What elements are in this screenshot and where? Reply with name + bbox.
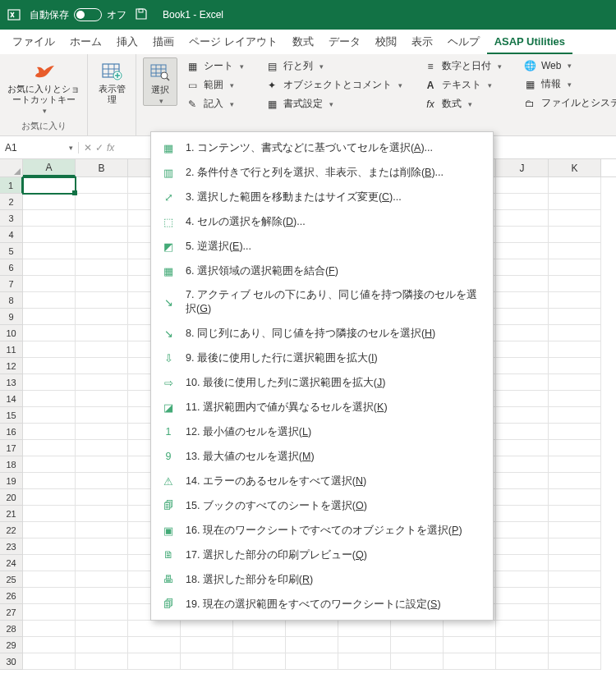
cell[interactable] (76, 588, 128, 604)
cell[interactable] (76, 440, 128, 456)
cell[interactable] (23, 424, 76, 440)
cell[interactable] (549, 292, 601, 309)
row-header[interactable]: 15 (0, 407, 23, 424)
cell[interactable] (286, 621, 338, 637)
tab-data[interactable]: データ (321, 30, 368, 54)
tab-draw[interactable]: 描画 (145, 30, 182, 54)
cell[interactable] (76, 456, 128, 473)
cell[interactable] (496, 653, 549, 670)
cell[interactable] (76, 292, 128, 309)
menu-item[interactable]: ⬚4. セルの選択を解除(D)... (151, 209, 493, 234)
column-header[interactable]: K (549, 159, 601, 176)
text-button[interactable]: Aテキスト▾ (421, 76, 505, 94)
tab-view[interactable]: 表示 (404, 30, 440, 54)
row-header[interactable]: 6 (0, 259, 23, 276)
row-header[interactable]: 18 (0, 456, 23, 473)
cell[interactable] (496, 637, 549, 653)
row-header[interactable]: 26 (0, 588, 23, 604)
menu-item[interactable]: ▥2. 条件付きで行と列を選択、非表示、または削除(B)... (151, 160, 493, 185)
cell[interactable] (233, 621, 286, 637)
cell[interactable] (496, 177, 549, 194)
cell[interactable] (23, 374, 76, 391)
tab-help[interactable]: ヘルプ (440, 30, 487, 54)
row-header[interactable]: 25 (0, 571, 23, 588)
cell[interactable] (549, 473, 601, 489)
row-header[interactable]: 5 (0, 243, 23, 259)
cell[interactable] (128, 653, 181, 670)
cell[interactable] (549, 194, 601, 210)
row-header[interactable]: 28 (0, 621, 23, 637)
cell[interactable] (444, 637, 496, 653)
cell[interactable] (549, 440, 601, 456)
cell[interactable] (76, 177, 128, 194)
menu-item[interactable]: ⇩9. 最後に使用した行に選択範囲を拡大(I) (151, 346, 493, 370)
cell[interactable] (549, 276, 601, 292)
cell[interactable] (549, 341, 601, 358)
row-header[interactable]: 16 (0, 424, 23, 440)
tab-review[interactable]: 校閲 (368, 30, 404, 54)
cell[interactable] (549, 358, 601, 374)
row-header[interactable]: 17 (0, 440, 23, 456)
cell[interactable] (76, 227, 128, 243)
cell[interactable] (496, 259, 549, 276)
fx-icon[interactable]: fx (107, 142, 114, 154)
column-header[interactable]: J (496, 159, 549, 176)
row-header[interactable]: 14 (0, 391, 23, 407)
menu-item[interactable]: ↘8. 同じ列にあり、同じ値を持つ隣接のセルを選択(H) (151, 321, 493, 346)
cell[interactable] (23, 194, 76, 210)
cell[interactable] (76, 194, 128, 210)
vision-button[interactable]: 表示管理 (94, 57, 129, 105)
cell[interactable] (23, 259, 76, 276)
cell[interactable] (338, 621, 391, 637)
objects-button[interactable]: ✦オブジェクトとコメント▾ (262, 76, 406, 94)
cell[interactable] (76, 325, 128, 341)
cell[interactable] (181, 653, 233, 670)
rowscols-button[interactable]: ▤行と列▾ (262, 57, 406, 75)
save-icon[interactable] (135, 7, 149, 22)
cell[interactable] (23, 391, 76, 407)
tab-home[interactable]: ホーム (62, 30, 109, 54)
cell[interactable] (23, 604, 76, 621)
cell[interactable] (391, 653, 444, 670)
sheet-button[interactable]: ▦シート▾ (182, 57, 247, 75)
cell[interactable] (181, 621, 233, 637)
autosave-toggle[interactable]: 自動保存 オフ (30, 8, 126, 22)
cell[interactable] (76, 538, 128, 555)
column-header[interactable]: A (23, 159, 76, 176)
cell[interactable] (23, 440, 76, 456)
cell[interactable] (23, 489, 76, 506)
row-header[interactable]: 2 (0, 194, 23, 210)
cell[interactable] (23, 555, 76, 571)
cell[interactable] (496, 456, 549, 473)
cell[interactable] (76, 522, 128, 538)
cell[interactable] (496, 621, 549, 637)
tab-insert[interactable]: 挿入 (109, 30, 145, 54)
cell[interactable] (233, 637, 286, 653)
cell[interactable] (76, 571, 128, 588)
cell[interactable] (23, 571, 76, 588)
menu-item[interactable]: 112. 最小値のセルを選択(L) (151, 419, 493, 444)
cell[interactable] (496, 571, 549, 588)
cell[interactable] (496, 407, 549, 424)
cell[interactable] (76, 604, 128, 621)
cell[interactable] (496, 292, 549, 309)
cell[interactable] (23, 456, 76, 473)
row-header[interactable]: 10 (0, 325, 23, 341)
filesystem-button[interactable]: 🗀ファイルとシステム▾ (520, 94, 616, 112)
tab-file[interactable]: ファイル (5, 30, 62, 54)
cell[interactable] (549, 407, 601, 424)
fx-button[interactable]: fx数式▾ (421, 95, 505, 112)
cell[interactable] (496, 391, 549, 407)
cell[interactable] (549, 588, 601, 604)
cell[interactable] (23, 243, 76, 259)
cell[interactable] (549, 391, 601, 407)
menu-item[interactable]: ◪11. 選択範囲内で値が異なるセルを選択(K) (151, 395, 493, 419)
menu-item[interactable]: 🖶18. 選択した部分を印刷(R) (151, 567, 493, 592)
cell[interactable] (496, 473, 549, 489)
cell[interactable] (23, 653, 76, 670)
cell[interactable] (128, 621, 181, 637)
cell[interactable] (76, 210, 128, 227)
cell[interactable] (233, 653, 286, 670)
cell[interactable] (391, 621, 444, 637)
favorites-shortcut-button[interactable]: お気に入りとショートカットキー ▾ (7, 57, 80, 115)
